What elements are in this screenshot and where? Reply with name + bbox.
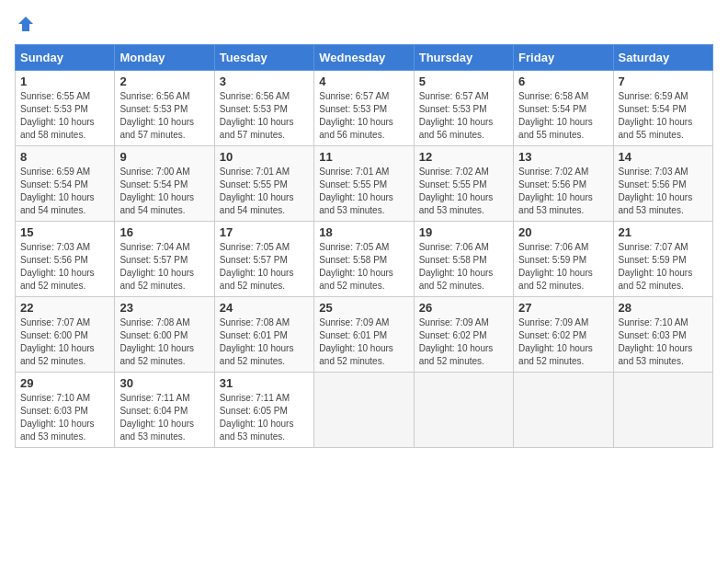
- day-number: 29: [20, 376, 109, 390]
- weekday-header-monday: Monday: [115, 45, 214, 71]
- day-info: Sunrise: 7:01 AM Sunset: 5:55 PM Dayligh…: [220, 166, 309, 217]
- calendar-cell: 1Sunrise: 6:55 AM Sunset: 5:53 PM Daylig…: [16, 71, 115, 146]
- day-number: 14: [619, 150, 708, 164]
- calendar-cell: 4Sunrise: 6:57 AM Sunset: 5:53 PM Daylig…: [314, 71, 414, 146]
- day-info: Sunrise: 7:05 AM Sunset: 5:57 PM Dayligh…: [220, 241, 309, 293]
- day-info: Sunrise: 7:00 AM Sunset: 5:54 PM Dayligh…: [119, 166, 209, 217]
- day-info: Sunrise: 7:11 AM Sunset: 6:05 PM Dayligh…: [220, 392, 309, 443]
- day-info: Sunrise: 7:01 AM Sunset: 5:55 PM Dayligh…: [319, 166, 408, 217]
- day-info: Sunrise: 7:10 AM Sunset: 6:03 PM Dayligh…: [619, 316, 708, 368]
- calendar-cell: [314, 373, 414, 448]
- calendar-cell: 29Sunrise: 7:10 AM Sunset: 6:03 PM Dayli…: [16, 373, 115, 448]
- day-number: 6: [518, 75, 608, 88]
- day-number: 5: [419, 75, 508, 88]
- day-number: 7: [619, 75, 708, 88]
- calendar-cell: 18Sunrise: 7:05 AM Sunset: 5:58 PM Dayli…: [314, 222, 414, 297]
- calendar-cell: 31Sunrise: 7:11 AM Sunset: 6:05 PM Dayli…: [214, 373, 313, 448]
- calendar-cell: 23Sunrise: 7:08 AM Sunset: 6:00 PM Dayli…: [115, 297, 214, 373]
- day-info: Sunrise: 6:57 AM Sunset: 5:53 PM Dayligh…: [419, 90, 508, 142]
- day-number: 19: [419, 225, 508, 239]
- page-header: [15, 15, 713, 33]
- day-number: 27: [518, 301, 608, 315]
- day-info: Sunrise: 6:59 AM Sunset: 5:54 PM Dayligh…: [619, 90, 708, 142]
- calendar-cell: 2Sunrise: 6:56 AM Sunset: 5:53 PM Daylig…: [115, 71, 214, 146]
- day-number: 28: [619, 301, 708, 315]
- calendar-week-2: 8Sunrise: 6:59 AM Sunset: 5:54 PM Daylig…: [16, 146, 713, 222]
- day-info: Sunrise: 6:55 AM Sunset: 5:53 PM Dayligh…: [20, 90, 109, 142]
- day-number: 22: [20, 301, 109, 315]
- weekday-header-wednesday: Wednesday: [314, 45, 414, 71]
- calendar-week-5: 29Sunrise: 7:10 AM Sunset: 6:03 PM Dayli…: [16, 373, 713, 448]
- calendar-cell: 9Sunrise: 7:00 AM Sunset: 5:54 PM Daylig…: [115, 146, 214, 222]
- weekday-header-thursday: Thursday: [414, 45, 513, 71]
- day-number: 23: [119, 301, 209, 315]
- weekday-header-saturday: Saturday: [613, 45, 712, 71]
- day-number: 16: [119, 225, 209, 239]
- day-number: 26: [419, 301, 508, 315]
- calendar-cell: 5Sunrise: 6:57 AM Sunset: 5:53 PM Daylig…: [414, 71, 513, 146]
- day-number: 8: [20, 150, 109, 164]
- calendar-cell: 7Sunrise: 6:59 AM Sunset: 5:54 PM Daylig…: [613, 71, 712, 146]
- day-number: 24: [220, 301, 309, 315]
- calendar-cell: 15Sunrise: 7:03 AM Sunset: 5:56 PM Dayli…: [16, 222, 115, 297]
- day-number: 17: [220, 225, 309, 239]
- calendar-cell: 25Sunrise: 7:09 AM Sunset: 6:01 PM Dayli…: [314, 297, 414, 373]
- calendar-cell: 16Sunrise: 7:04 AM Sunset: 5:57 PM Dayli…: [115, 222, 214, 297]
- day-number: 21: [619, 225, 708, 239]
- calendar-cell: 13Sunrise: 7:02 AM Sunset: 5:56 PM Dayli…: [514, 146, 613, 222]
- day-info: Sunrise: 7:05 AM Sunset: 5:58 PM Dayligh…: [319, 241, 408, 293]
- day-info: Sunrise: 7:03 AM Sunset: 5:56 PM Dayligh…: [619, 166, 708, 217]
- day-number: 18: [319, 225, 408, 239]
- day-number: 25: [319, 301, 408, 315]
- calendar-cell: 3Sunrise: 6:56 AM Sunset: 5:53 PM Daylig…: [214, 71, 313, 146]
- day-info: Sunrise: 7:03 AM Sunset: 5:56 PM Dayligh…: [20, 241, 109, 293]
- day-info: Sunrise: 7:06 AM Sunset: 5:58 PM Dayligh…: [419, 241, 508, 293]
- day-info: Sunrise: 6:56 AM Sunset: 5:53 PM Dayligh…: [119, 90, 209, 142]
- day-number: 31: [220, 376, 309, 390]
- calendar-cell: [414, 373, 513, 448]
- calendar-cell: 30Sunrise: 7:11 AM Sunset: 6:04 PM Dayli…: [115, 373, 214, 448]
- calendar-cell: 10Sunrise: 7:01 AM Sunset: 5:55 PM Dayli…: [214, 146, 313, 222]
- day-info: Sunrise: 7:02 AM Sunset: 5:55 PM Dayligh…: [419, 166, 508, 217]
- calendar-cell: 6Sunrise: 6:58 AM Sunset: 5:54 PM Daylig…: [514, 71, 613, 146]
- day-number: 1: [20, 75, 109, 88]
- calendar-table: SundayMondayTuesdayWednesdayThursdayFrid…: [15, 44, 713, 448]
- calendar-week-1: 1Sunrise: 6:55 AM Sunset: 5:53 PM Daylig…: [16, 71, 713, 146]
- day-info: Sunrise: 7:04 AM Sunset: 5:57 PM Dayligh…: [119, 241, 209, 293]
- day-info: Sunrise: 6:56 AM Sunset: 5:53 PM Dayligh…: [220, 90, 309, 142]
- calendar-cell: 21Sunrise: 7:07 AM Sunset: 5:59 PM Dayli…: [613, 222, 712, 297]
- day-number: 11: [319, 150, 408, 164]
- day-info: Sunrise: 7:09 AM Sunset: 6:02 PM Dayligh…: [518, 316, 608, 368]
- weekday-header-sunday: Sunday: [16, 45, 115, 71]
- calendar-cell: 11Sunrise: 7:01 AM Sunset: 5:55 PM Dayli…: [314, 146, 414, 222]
- day-info: Sunrise: 7:07 AM Sunset: 5:59 PM Dayligh…: [619, 241, 708, 293]
- day-number: 30: [119, 376, 209, 390]
- calendar-cell: 19Sunrise: 7:06 AM Sunset: 5:58 PM Dayli…: [414, 222, 513, 297]
- day-number: 9: [119, 150, 209, 164]
- calendar-cell: 26Sunrise: 7:09 AM Sunset: 6:02 PM Dayli…: [414, 297, 513, 373]
- weekday-header-tuesday: Tuesday: [214, 45, 313, 71]
- calendar-cell: 27Sunrise: 7:09 AM Sunset: 6:02 PM Dayli…: [514, 297, 613, 373]
- logo: [15, 15, 35, 33]
- calendar-cell: 12Sunrise: 7:02 AM Sunset: 5:55 PM Dayli…: [414, 146, 513, 222]
- calendar-body: 1Sunrise: 6:55 AM Sunset: 5:53 PM Daylig…: [16, 71, 713, 448]
- logo-icon: [17, 15, 35, 33]
- calendar-cell: 14Sunrise: 7:03 AM Sunset: 5:56 PM Dayli…: [613, 146, 712, 222]
- weekday-header-friday: Friday: [514, 45, 613, 71]
- svg-marker-0: [18, 17, 33, 31]
- calendar-week-3: 15Sunrise: 7:03 AM Sunset: 5:56 PM Dayli…: [16, 222, 713, 297]
- calendar-cell: 17Sunrise: 7:05 AM Sunset: 5:57 PM Dayli…: [214, 222, 313, 297]
- day-number: 20: [518, 225, 608, 239]
- calendar-cell: 24Sunrise: 7:08 AM Sunset: 6:01 PM Dayli…: [214, 297, 313, 373]
- day-info: Sunrise: 6:58 AM Sunset: 5:54 PM Dayligh…: [518, 90, 608, 142]
- calendar-cell: 28Sunrise: 7:10 AM Sunset: 6:03 PM Dayli…: [613, 297, 712, 373]
- day-info: Sunrise: 6:59 AM Sunset: 5:54 PM Dayligh…: [20, 166, 109, 217]
- day-info: Sunrise: 6:57 AM Sunset: 5:53 PM Dayligh…: [319, 90, 408, 142]
- day-info: Sunrise: 7:06 AM Sunset: 5:59 PM Dayligh…: [518, 241, 608, 293]
- day-info: Sunrise: 7:11 AM Sunset: 6:04 PM Dayligh…: [119, 392, 209, 443]
- day-info: Sunrise: 7:10 AM Sunset: 6:03 PM Dayligh…: [20, 392, 109, 443]
- day-number: 3: [220, 75, 309, 88]
- day-number: 13: [518, 150, 608, 164]
- calendar-cell: 8Sunrise: 6:59 AM Sunset: 5:54 PM Daylig…: [16, 146, 115, 222]
- day-number: 12: [419, 150, 508, 164]
